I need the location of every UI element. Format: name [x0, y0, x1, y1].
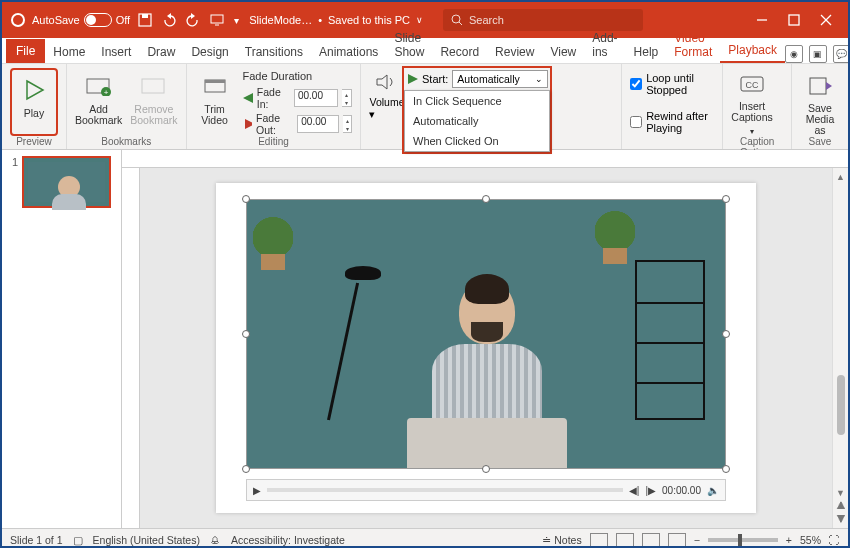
present-icon[interactable] — [210, 13, 224, 27]
undo-icon[interactable] — [162, 13, 176, 27]
normal-view-button[interactable] — [590, 533, 608, 547]
group-save: Save Media as Save — [792, 64, 848, 149]
window-controls — [756, 14, 840, 26]
notes-button[interactable]: ≐ Notes — [542, 534, 581, 546]
video-object[interactable] — [246, 199, 726, 469]
fade-in-input[interactable]: 00.00 — [294, 89, 338, 107]
slideshow-view-button[interactable] — [668, 533, 686, 547]
svg-marker-18 — [243, 93, 253, 103]
zoom-in-button[interactable]: + — [786, 534, 792, 546]
qat-more-icon[interactable]: ▾ — [234, 15, 239, 26]
fade-header: Fade Duration — [243, 70, 353, 82]
sorter-view-button[interactable] — [616, 533, 634, 547]
slide[interactable]: ▶ ◀| |▶ 00:00.00 🔈 — [216, 183, 756, 513]
zoom-out-button[interactable]: − — [694, 534, 700, 546]
tab-file[interactable]: File — [6, 39, 45, 63]
playbar-time: 00:00.00 — [662, 485, 701, 496]
media-playbar[interactable]: ▶ ◀| |▶ 00:00.00 🔈 — [246, 479, 726, 501]
vertical-scrollbar[interactable]: ▲ ▼ ⯅ ⯆ — [832, 168, 848, 528]
minimize-button[interactable] — [756, 14, 768, 26]
tab-help[interactable]: Help — [626, 41, 667, 63]
next-frame-icon[interactable]: |▶ — [645, 485, 656, 496]
language-status[interactable]: English (United States) — [93, 534, 200, 546]
trim-video-button[interactable]: Trim Video — [195, 68, 235, 136]
fade-out-input[interactable]: 00.00 — [297, 115, 338, 133]
tab-video-format[interactable]: Video Format — [666, 27, 720, 63]
tab-record[interactable]: Record — [432, 41, 487, 63]
insert-captions-button[interactable]: CC Insert Captions ▾ — [731, 68, 772, 136]
save-media-button[interactable]: Save Media as — [800, 68, 840, 136]
accessibility-icon: 🕭 — [210, 534, 221, 546]
close-button[interactable] — [820, 14, 832, 26]
fit-to-window-button[interactable]: ⛶ — [829, 534, 840, 546]
tab-insert[interactable]: Insert — [93, 41, 139, 63]
accessibility-status[interactable]: Accessibility: Investigate — [231, 534, 345, 546]
tab-draw[interactable]: Draw — [139, 41, 183, 63]
redo-icon[interactable] — [186, 13, 200, 27]
play-icon[interactable]: ▶ — [253, 485, 261, 496]
svg-rect-23 — [810, 78, 826, 94]
search-placeholder: Search — [469, 14, 504, 26]
tab-review[interactable]: Review — [487, 41, 542, 63]
trim-icon — [201, 72, 229, 100]
maximize-button[interactable] — [788, 14, 800, 26]
scroll-down-icon[interactable]: ▼ — [836, 488, 845, 498]
tab-slideshow[interactable]: Slide Show — [386, 27, 432, 63]
slide-thumbnails-panel: 1 — [2, 150, 122, 528]
slide-counter[interactable]: Slide 1 of 1 — [10, 534, 63, 546]
svg-text:CC: CC — [746, 80, 759, 90]
zoom-level[interactable]: 55% — [800, 534, 821, 546]
tab-animations[interactable]: Animations — [311, 41, 386, 63]
tab-playback[interactable]: Playback — [720, 39, 785, 63]
remove-bookmark-label: Remove Bookmark — [130, 104, 177, 126]
svg-line-6 — [459, 22, 462, 25]
tab-transitions[interactable]: Transitions — [237, 41, 311, 63]
doc-name: SlideMode… — [249, 14, 312, 26]
start-select[interactable]: Automatically ⌄ — [452, 70, 548, 88]
loop-checkbox[interactable]: Loop until Stopped — [630, 72, 714, 96]
prev-slide-icon[interactable]: ⯅ — [836, 500, 846, 511]
play-button[interactable]: Play — [14, 72, 54, 119]
next-slide-icon[interactable]: ⯆ — [836, 513, 846, 524]
start-option-in-click[interactable]: In Click Sequence — [405, 91, 549, 111]
autosave-toggle[interactable]: AutoSave Off — [32, 13, 130, 27]
scroll-thumb[interactable] — [837, 375, 845, 435]
start-option-auto[interactable]: Automatically — [405, 111, 549, 131]
group-label-preview: Preview — [10, 136, 58, 147]
rewind-checkbox[interactable]: Rewind after Playing — [630, 110, 714, 134]
chevron-down-icon: ▾ — [750, 127, 754, 136]
prev-frame-icon[interactable]: ◀| — [629, 485, 640, 496]
start-option-clicked[interactable]: When Clicked On — [405, 131, 549, 151]
record-button-icon[interactable]: ◉ — [785, 45, 803, 63]
tab-design[interactable]: Design — [183, 41, 236, 63]
scroll-up-icon[interactable]: ▲ — [836, 172, 845, 182]
save-icon[interactable] — [138, 13, 152, 27]
canvas-area: ▶ ◀| |▶ 00:00.00 🔈 ▲ ▼ ⯅ ⯆ — [122, 150, 848, 528]
play-icon — [20, 76, 48, 104]
volume-button[interactable]: Volume ▾ — [369, 68, 404, 136]
mute-icon[interactable]: 🔈 — [707, 485, 719, 496]
svg-rect-3 — [142, 14, 148, 18]
comments-icon[interactable]: 💬 — [833, 45, 850, 63]
slide-stage[interactable]: ▶ ◀| |▶ 00:00.00 🔈 — [140, 168, 832, 528]
fade-in-icon — [243, 93, 253, 103]
slide-thumbnail-1[interactable] — [22, 156, 111, 208]
tab-addins[interactable]: Add-ins — [584, 27, 625, 63]
fade-out-spinner[interactable]: ▴▾ — [343, 115, 353, 133]
add-bookmark-label: Add Bookmark — [75, 104, 122, 126]
chevron-down-icon: ▾ — [369, 108, 375, 120]
save-media-icon — [806, 72, 834, 99]
tab-home[interactable]: Home — [45, 41, 93, 63]
autosave-label: AutoSave — [32, 14, 80, 26]
tab-view[interactable]: View — [542, 41, 584, 63]
zoom-slider[interactable] — [708, 538, 778, 542]
quick-access-toolbar: ▾ — [138, 13, 239, 27]
reading-view-button[interactable] — [642, 533, 660, 547]
remove-bookmark-button: Remove Bookmark — [130, 68, 177, 136]
bookmark-remove-icon — [140, 72, 168, 100]
fade-in-spinner[interactable]: ▴▾ — [342, 89, 352, 107]
seek-track[interactable] — [267, 488, 623, 492]
camera-icon[interactable]: ▣ — [809, 45, 827, 63]
toggle-switch[interactable] — [84, 13, 112, 27]
add-bookmark-button[interactable]: + Add Bookmark — [75, 68, 122, 136]
